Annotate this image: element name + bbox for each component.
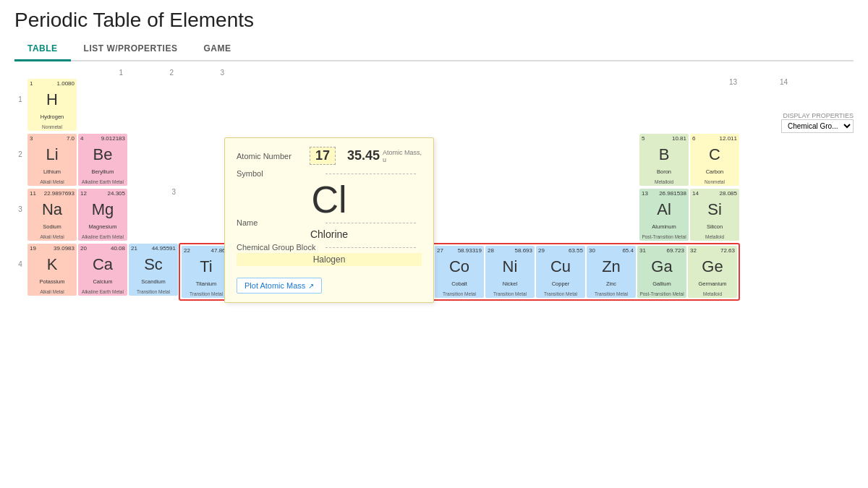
page-title: Periodic Table of Elements [14,9,854,32]
detail-atomic-number: 17 [310,147,336,165]
tab-bar: TABLE LIST W/PROPERTIES GAME [14,38,854,61]
col-header-3-label: 3 [128,188,179,196]
symbol-label: Symbol [237,169,320,178]
detail-category: Halogen [237,253,422,266]
col-header-row: 1 2 3 [75,69,854,77]
tab-table[interactable]: TABLE [14,38,71,61]
plot-atomic-mass-button[interactable]: Plot Atomic Mass ↗ [237,278,322,294]
external-link-icon: ↗ [308,282,314,290]
element-Ni[interactable]: 28 58.693 Ni Nickel Transition Metal [485,246,535,298]
element-Si[interactable]: 14 28.085 Si Silicon Metalloid [690,189,739,241]
atomic-mass-label: Atomic Mass, u [383,149,422,163]
element-Sc[interactable]: 21 44.95591 Sc Scandium Transition Metal [129,244,178,296]
col-header-13: 13 [689,78,740,86]
col-header-3: 3 [176,69,227,77]
element-Ga[interactable]: 31 69.723 Ga Gallium Post-Transition Met… [637,246,686,298]
detail-symbol-row: Symbol [237,169,422,178]
element-Be[interactable]: 4 9.012183 Be Beryllium Alkaline Earth M… [78,134,127,186]
page: Periodic Table of Elements TABLE LIST W/… [0,0,868,488]
detail-atomic-mass: 35.45 [347,148,380,163]
col-header-14: 14 [740,78,791,86]
row-label-3: 3 [14,188,26,213]
row-label-2: 2 [14,133,26,158]
tab-list[interactable]: LIST W/PROPERTIES [71,38,191,61]
row-label-1: 1 [14,78,26,103]
element-B[interactable]: 5 10.81 B Boron Metalloid [639,134,689,186]
element-H[interactable]: 1 1.0080 H Hydrogen Nonmetal [27,79,77,131]
detail-top-row: Atomic Number 17 35.45 Atomic Mass, u [237,147,422,165]
element-Co[interactable]: 27 58.93319 Co Cobalt Transition Metal [435,246,484,298]
element-C[interactable]: 6 12.011 C Carbon Nonmetal [690,134,739,186]
mass: 1.0080 [57,80,75,87]
period-row-4: 4 19 39.0983 K Potassium Alkali Metal 20… [14,243,854,301]
period-row-2: 2 3 7.0 Li Lithium Alkali Metal 4 9.0121… [14,133,854,187]
name: Hydrogen [30,114,75,120]
atomic-number-label: Atomic Number [237,152,310,160]
atomic-num: 1 [30,80,33,87]
element-Ge[interactable]: 32 72.63 Ge Germanium Metalloid [688,246,737,298]
name-label: Name [237,218,320,227]
symbol: H [30,91,75,108]
col-header-1: 1 [75,69,126,77]
element-Al[interactable]: 13 26.981538 Al Aluminum Post-Transition… [639,189,689,241]
periodic-table: DISPLAY PROPERTIES Chemical Gro... 1 2 3… [14,69,854,301]
detail-name: Chlorine [237,228,422,240]
col-header-2: 2 [126,69,176,77]
element-Na[interactable]: 11 22.9897693 Na Sodium Alkali Metal [27,189,77,241]
element-Ca[interactable]: 20 40.08 Ca Calcium Alkaline Earth Metal [78,244,127,296]
element-Ti[interactable]: 22 47.867 Ti Titanium Transition Metal [182,246,231,298]
element-Zn[interactable]: 30 65.4 Zn Zinc Transition Metal [587,246,636,298]
element-Mg[interactable]: 12 24.305 Mg Magnesium Alkaline Earth Me… [78,189,127,241]
tab-game[interactable]: GAME [190,38,244,61]
detail-category-row: Chemical Group Block [237,243,422,252]
row-label-4: 4 [14,243,26,268]
period-row-1: 1 1 1.0080 H Hydrogen Nonmetal 13 14 [14,78,854,132]
element-detail-card: Atomic Number 17 35.45 Atomic Mass, u Sy… [224,137,434,303]
element-Li[interactable]: 3 7.0 Li Lithium Alkali Metal [27,134,77,186]
category: Nonmetal [30,124,75,129]
element-K[interactable]: 19 39.0983 K Potassium Alkali Metal [27,244,77,296]
period-row-3: 3 11 22.9897693 Na Sodium Alkali Metal 1… [14,188,854,241]
element-Cu[interactable]: 29 63.55 Cu Copper Transition Metal [536,246,585,298]
category-label: Chemical Group Block [237,243,320,252]
detail-symbol-big: Cl [237,181,422,218]
